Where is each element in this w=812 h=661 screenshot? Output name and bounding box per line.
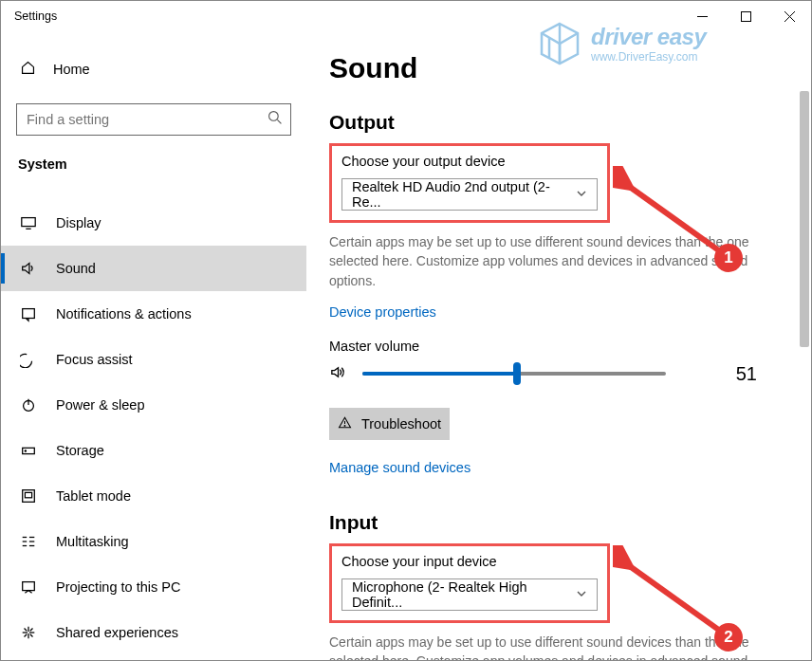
sidebar-item-shared[interactable]: Shared experiences [1,610,306,655]
svg-rect-21 [23,582,35,591]
volume-row: 51 [329,363,788,385]
minimize-button[interactable] [680,1,724,31]
search-icon [268,110,283,129]
multitasking-icon [20,533,37,550]
projecting-icon [20,578,37,596]
search-box[interactable] [16,103,291,136]
troubleshoot-label: Troubleshoot [361,416,441,431]
sidebar: Home System Display Sound [1,31,306,660]
sidebar-item-label: Power & sleep [56,397,145,413]
svg-line-29 [25,634,28,637]
power-icon [20,396,37,413]
focus-icon [20,351,37,368]
sidebar-nav: Display Sound Notifications & actions Fo… [1,200,306,655]
volume-value: 51 [719,363,757,385]
home-label: Home [53,62,90,77]
sidebar-item-label: Display [56,215,102,230]
sidebar-item-projecting[interactable]: Projecting to this PC [1,564,306,610]
sidebar-item-label: Tablet mode [56,488,131,504]
chevron-down-icon [576,187,587,202]
sidebar-item-label: Projecting to this PC [56,579,180,595]
sidebar-item-tablet[interactable]: Tablet mode [1,473,306,519]
tablet-icon [20,487,37,505]
sidebar-item-display[interactable]: Display [1,200,306,246]
input-device-selected: Microphone (2- Realtek High Definit... [352,579,576,610]
volume-slider-thumb[interactable] [513,362,521,385]
annotation-highlight-input: Choose your input device Microphone (2- … [329,543,610,623]
speaker-icon[interactable] [329,363,347,385]
sidebar-item-label: Multitasking [56,534,129,549]
device-properties-link[interactable]: Device properties [329,304,436,320]
manage-sound-devices-link[interactable]: Manage sound devices [329,460,471,475]
output-helper-text: Certain apps may be set up to use differ… [329,232,751,290]
input-heading: Input [329,511,788,534]
home-icon [20,60,36,79]
sidebar-item-power[interactable]: Power & sleep [1,382,306,428]
sidebar-item-label: Focus assist [56,352,133,367]
home-nav[interactable]: Home [16,48,291,90]
notifications-icon [20,305,37,322]
scrollbar-thumb[interactable] [800,91,809,347]
svg-rect-8 [23,309,35,319]
window-title: Settings [14,9,57,23]
svg-rect-14 [25,492,31,497]
display-icon [20,214,37,231]
sidebar-item-label: Sound [56,261,96,276]
input-device-label: Choose your input device [341,554,598,569]
input-device-dropdown[interactable]: Microphone (2- Realtek High Definit... [341,578,598,611]
chevron-down-icon [576,587,587,602]
master-volume-label: Master volume [329,339,788,354]
svg-rect-1 [741,11,750,21]
annotation-highlight-output: Choose your output device Realtek HD Aud… [329,143,610,223]
search-input[interactable] [27,112,258,127]
troubleshoot-button[interactable]: Troubleshoot [329,408,450,440]
svg-point-4 [269,112,279,121]
output-device-selected: Realtek HD Audio 2nd output (2- Re... [352,179,576,210]
volume-slider-fill [362,372,517,376]
sidebar-item-sound[interactable]: Sound [1,246,306,291]
section-heading: System [16,156,291,172]
window-controls [680,1,811,31]
titlebar: Settings [1,1,811,31]
warning-icon [338,415,352,432]
svg-point-31 [344,425,345,426]
svg-line-26 [25,629,28,632]
svg-line-28 [30,629,33,632]
sidebar-item-focus-assist[interactable]: Focus assist [1,337,306,382]
svg-line-27 [30,634,33,637]
maximize-button[interactable] [724,1,767,31]
storage-icon [20,442,37,459]
shared-icon [20,624,37,641]
svg-line-5 [277,119,281,123]
page-title: Sound [329,52,788,84]
sound-icon [20,260,37,277]
input-helper-text: Certain apps may be set up to use differ… [329,633,751,660]
settings-window: Settings Home [0,0,812,661]
sidebar-item-storage[interactable]: Storage [1,428,306,473]
sidebar-item-label: Storage [56,443,104,458]
output-device-label: Choose your output device [341,154,598,169]
sidebar-item-notifications[interactable]: Notifications & actions [1,291,306,337]
sidebar-item-label: Notifications & actions [56,306,192,321]
svg-rect-13 [23,490,35,503]
volume-slider[interactable] [362,372,666,376]
svg-point-12 [25,450,26,451]
main-content: Sound Output Choose your output device R… [306,31,811,660]
output-heading: Output [329,111,788,134]
svg-rect-6 [22,218,35,227]
close-button[interactable] [767,1,811,31]
output-device-dropdown[interactable]: Realtek HD Audio 2nd output (2- Re... [341,178,598,211]
sidebar-item-label: Shared experiences [56,625,178,640]
sidebar-item-multitasking[interactable]: Multitasking [1,519,306,564]
